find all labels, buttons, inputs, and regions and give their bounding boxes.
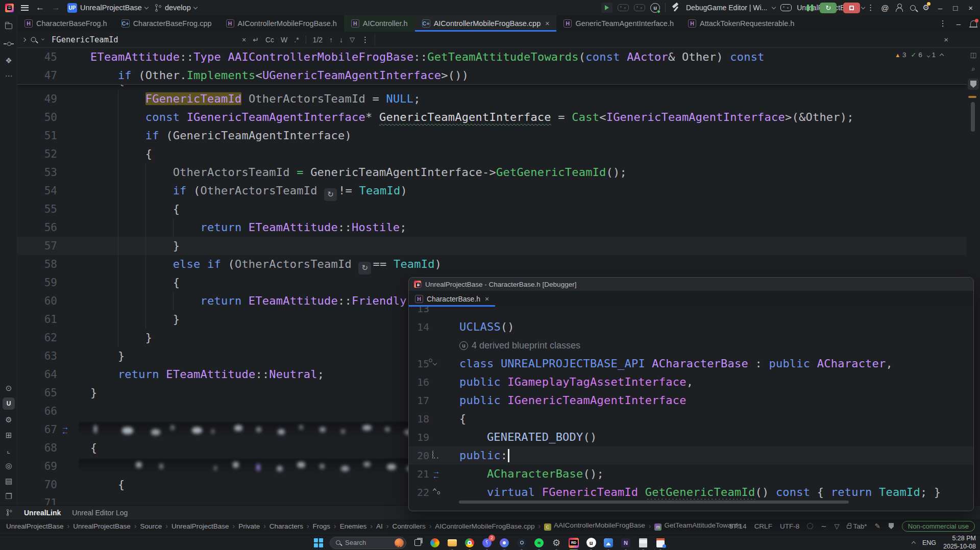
search-input[interactable]: FGenericTeamId [52, 35, 118, 44]
settings-icon[interactable]: ⚙ [922, 3, 929, 12]
code-line[interactable]: 51if (GenericTeamAgentInterface) [17, 127, 967, 145]
purple-n-app-icon[interactable]: N [620, 537, 632, 549]
close-icon[interactable]: × [485, 295, 489, 303]
breadcrumb-item[interactable]: AIControllerMobileFrogBase.cpp [435, 522, 534, 530]
implementation-arrows-icon[interactable] [61, 424, 71, 435]
close-find-bar-icon[interactable]: × [944, 35, 948, 44]
code-line[interactable]: 45ETeamAttitude::Type AAIControllerMobil… [17, 48, 967, 66]
code-line[interactable]: 48{ [17, 85, 967, 90]
maximize-button[interactable]: □ [951, 4, 960, 12]
find-widget-icon[interactable]: ⌕ [969, 64, 978, 73]
code-line[interactable]: 53OtherActorsTeamId = GenericTeamAgentIn… [17, 163, 967, 182]
popup-code-editor[interactable]: 1314UCLASS()u4 derived blueprint classes… [409, 307, 973, 499]
pencil-icon[interactable]: ✎ [874, 522, 880, 530]
wave-icon[interactable]: ∼ [821, 522, 826, 530]
run-options-kebab[interactable]: ⋮ [867, 3, 874, 12]
shield-icon[interactable] [968, 79, 979, 90]
settings-gear-icon[interactable]: ⚙ [550, 537, 562, 549]
code-line[interactable]: 56return ETeamAttitude::Hostile; [17, 218, 967, 237]
more-tools-icon[interactable]: ⋯ [0, 69, 17, 83]
code-line[interactable]: 15class UNREALPROJECTBASE_API ACharacter… [409, 355, 973, 373]
pause-button[interactable] [807, 5, 813, 11]
project-tool-icon[interactable] [0, 19, 17, 33]
gamepad-icon[interactable] [634, 4, 645, 11]
steam-icon[interactable] [516, 537, 528, 549]
main-menu-icon[interactable] [21, 5, 29, 11]
terminal-tool-icon[interactable]: ⌞ [0, 444, 17, 457]
code-line[interactable]: 18{ [409, 410, 973, 428]
breadcrumb-item[interactable]: UnrealProjectBase [73, 522, 131, 530]
back-button[interactable]: ← [36, 3, 44, 13]
unreal-engine-icon[interactable]: u [585, 537, 597, 549]
code-line[interactable]: 52{ [17, 145, 967, 163]
commit-tool-icon[interactable] [0, 37, 17, 50]
breadcrumb-item[interactable]: Enemies [340, 522, 367, 530]
override-marker-icon[interactable]: ^o [432, 487, 440, 496]
expand-search-icon[interactable] [22, 37, 26, 41]
code-line[interactable]: 17public IGenericTeamAgentInterface [409, 391, 973, 410]
build-icon[interactable] [671, 3, 681, 13]
breadcrumb-item[interactable]: UnrealProjectBase [6, 522, 64, 530]
build-tool-icon[interactable]: ⚙ [0, 413, 17, 427]
ring-icon[interactable] [807, 523, 813, 529]
breadcrumb-item[interactable]: Private [238, 522, 260, 530]
file-tab[interactable]: C+CharacterBaseFrog.cpp [114, 15, 219, 32]
indent-mode[interactable]: Tab* [847, 522, 867, 530]
scrollbar-thumb[interactable] [971, 102, 975, 132]
line-separator[interactable]: CRLF [754, 522, 772, 530]
popup-horizontal-scrollbar[interactable] [459, 501, 849, 504]
code-line[interactable]: 20public: [409, 446, 973, 465]
rider-icon[interactable]: RD [568, 537, 580, 549]
file-encoding[interactable]: UTF-8 [780, 522, 799, 530]
code-line[interactable]: 57} [17, 237, 967, 255]
code-line[interactable]: 49FGenericTeamId OtherActorsTeamId = NUL… [17, 90, 967, 108]
chrome-icon[interactable] [463, 537, 476, 549]
file-tab[interactable]: HAttackTokenRequesterable.h [681, 15, 801, 32]
breadcrumb-item[interactable]: Controllers [392, 522, 425, 530]
code-line[interactable]: 13 [409, 307, 973, 318]
notes-icon[interactable] [637, 537, 649, 549]
regex-toggle[interactable]: .* [294, 36, 299, 44]
tab-unreal-editor-log[interactable]: Unreal Editor Log [72, 509, 128, 517]
services-tool-icon[interactable]: ❐ [0, 490, 17, 503]
discord-icon[interactable]: ⸮2 [481, 537, 493, 549]
run-configuration[interactable]: DebugGame Editor | Wi... [686, 4, 767, 12]
clipboard-app-icon[interactable] [654, 537, 667, 549]
file-tab[interactable]: HAIControllerMobileFrogBase.h [219, 15, 344, 32]
problems-tool-icon[interactable]: ◎ [0, 459, 17, 472]
code-line[interactable]: 54if (OtherActorsTeamId ↻!= TeamId) [17, 182, 967, 200]
previous-match-icon[interactable]: ↑ [329, 36, 333, 44]
close-button[interactable]: × [966, 4, 975, 12]
close-icon[interactable]: × [545, 19, 549, 28]
clear-search-icon[interactable]: × [242, 36, 246, 44]
clock[interactable]: 5:28 PM2025-10-08 [943, 535, 976, 550]
photos-icon[interactable] [602, 537, 615, 549]
run-tool-icon[interactable]: ⊙ [0, 382, 17, 395]
rerun-debug-button[interactable]: ↻ [820, 3, 837, 13]
minimize-button[interactable]: – [936, 4, 944, 12]
inlay-hint[interactable]: u4 derived blueprint classes [409, 336, 973, 355]
funnel-icon[interactable]: ▽ [834, 522, 839, 530]
project-selector[interactable]: UP UnrealProjectBase [67, 3, 148, 13]
filter-icon[interactable]: ▽ [350, 36, 355, 43]
unreal-tool-icon[interactable]: U [0, 397, 17, 410]
file-explorer-icon[interactable] [446, 537, 458, 549]
breadcrumb-item[interactable]: AI [376, 522, 383, 530]
code-with-me-icon[interactable] [895, 4, 903, 12]
file-tab[interactable]: HCharacterBaseFrog.h [17, 15, 114, 32]
file-tab[interactable]: HAIController.h [344, 15, 415, 32]
popup-title-bar[interactable]: UnrealProjectBase - CharacterBase.h [Deb… [409, 278, 973, 291]
taskbar-start-button[interactable] [312, 537, 325, 549]
code-line[interactable]: 50const IGenericTeamAgentInterface* Gene… [17, 108, 967, 127]
branch-selector[interactable]: develop [155, 4, 197, 12]
copilot-icon[interactable] [429, 537, 441, 549]
code-line[interactable]: 14UCLASS() [409, 318, 973, 336]
match-case-toggle[interactable]: Cc [265, 36, 274, 44]
operator-overload-icon[interactable]: ↻ [324, 188, 337, 201]
breadcrumb-item[interactable]: mGetTeamAttitudeTowards [654, 521, 741, 531]
tests-tool-icon[interactable]: ⊞ [0, 429, 17, 442]
layout-widget-icon[interactable]: ◫ [969, 50, 978, 59]
shield-icon[interactable] [889, 523, 894, 529]
structure-tool-icon[interactable]: ❖ [0, 54, 17, 67]
breadcrumb-item[interactable]: Source [140, 522, 162, 530]
